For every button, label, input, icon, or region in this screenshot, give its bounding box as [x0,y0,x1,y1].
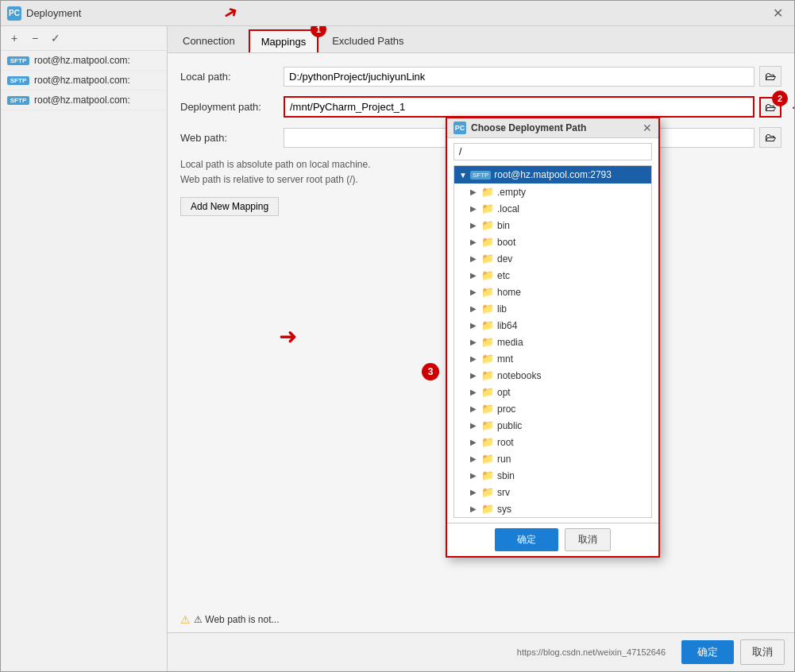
dialog-icon: PC [453,122,466,134]
tree-item[interactable]: ▶ 📁 .empty [454,183,651,200]
web-path-label: Web path: [180,132,284,144]
arrow-annotation-2: ➜ [792,98,794,117]
tree-item[interactable]: ▶ 📁 public [454,417,651,434]
deployment-path-browse-button[interactable]: 🗁 2 [759,97,781,118]
tab-mappings[interactable]: Mappings 1 [249,29,318,52]
tree-item[interactable]: ▶ 📁 proc [454,400,651,417]
tree-item[interactable]: ▶ 📁 srv [454,484,651,500]
tree-item[interactable]: ▶ 📁 etc [454,267,651,284]
sftp-badge-root: SFTP [470,171,491,180]
tree-item[interactable]: ▶ 📁 root [454,434,651,450]
dialog-title-bar: PC Choose Deployment Path ✕ [447,118,658,138]
dialog-title: Choose Deployment Path [471,122,638,133]
server-label-3: root@hz.matpool.com: [34,95,130,106]
server-label-2: root@hz.matpool.com: [34,75,130,86]
title-bar: PC Deployment ✕ [1,1,794,26]
sidebar-item-2[interactable]: SFTP root@hz.matpool.com: [1,71,167,91]
right-panel: Connection Mappings 1 Excluded Paths ➜ L… [168,26,794,671]
deployment-path-input-wrap: 🗁 2 [284,96,781,118]
panel-content: Local path: 🗁 Deployment path: 🗁 [168,53,794,632]
dialog-ok-button[interactable]: 确定 [495,528,558,551]
tree-item[interactable]: ▶ 📁 notebooks [454,367,651,384]
server-list: SFTP root@hz.matpool.com: SFTP root@hz.m… [1,51,167,671]
badge-3: 3 [422,363,439,380]
tree-item[interactable]: ▶ 📁 .local [454,200,651,217]
web-path-browse-button[interactable]: 🗁 [759,127,781,148]
root-item-label: root@hz.matpool.com:2793 [494,169,612,180]
tree-item[interactable]: ▶ 📁 sbin [454,467,651,484]
warning-icon: ⚠ [180,613,191,626]
add-server-button[interactable]: + [6,29,23,47]
url-label: https://blog.csdn.net/weixin_47152646 [517,647,666,657]
arrow-annotation-3: ➜ [279,323,297,350]
tree-items-container: ▶ 📁 .empty ▶ 📁 .local ▶ 📁 bin ▶ 📁 boot ▶… [454,183,651,517]
app-icon: PC [7,6,21,21]
close-button[interactable]: ✕ [768,4,788,22]
deployment-path-input[interactable] [284,96,754,118]
tree-item[interactable]: ▶ 📁 home [454,284,651,300]
sidebar-item-3[interactable]: SFTP root@hz.matpool.com: [1,91,167,110]
warning-row: ⚠ ⚠ Web path is not... [180,613,781,626]
sftp-badge-1: SFTP [7,56,29,65]
remove-server-button[interactable]: − [26,29,44,47]
cancel-button[interactable]: 取消 [740,639,785,665]
deployment-path-label: Deployment path: [180,101,284,113]
local-path-row: Local path: 🗁 [180,66,781,87]
tree-arrow-root: ▼ [459,171,467,180]
server-label-1: root@hz.matpool.com: [34,55,130,66]
tree-item[interactable]: ▶ 📁 mnt [454,350,651,367]
main-window: PC Deployment ✕ + − ✓ SFTP root@hz.matpo… [0,0,795,672]
sidebar: + − ✓ SFTP root@hz.matpool.com: SFTP roo… [1,26,168,671]
window-title: Deployment [26,7,768,19]
sidebar-toolbar: + − ✓ [1,26,167,51]
check-button[interactable]: ✓ [47,29,64,47]
dialog-cancel-button[interactable]: 取消 [565,528,611,551]
tree-root-item[interactable]: ▼ SFTP root@hz.matpool.com:2793 [454,166,651,183]
tab-connection[interactable]: Connection [171,29,247,52]
dialog-close-button[interactable]: ✕ [643,122,652,134]
ok-button[interactable]: 确定 [681,640,734,664]
tab-excluded-paths[interactable]: Excluded Paths [320,29,415,52]
tree-item[interactable]: ▶ 📁 dev [454,250,651,267]
main-content: + − ✓ SFTP root@hz.matpool.com: SFTP roo… [1,26,794,671]
local-path-input[interactable] [284,67,754,87]
tree-item[interactable]: ▶ 📁 lib64 [454,317,651,334]
badge-2: 2 [772,91,788,106]
dialog-path-input[interactable] [453,143,652,160]
tree-item[interactable]: ▶ 📁 media [454,334,651,350]
tree-item[interactable]: ▶ 📁 lib [454,300,651,317]
deployment-path-row: Deployment path: 🗁 2 ➜ [180,96,781,118]
local-path-input-wrap: 🗁 [284,66,781,87]
tree-item[interactable]: ▶ 📁 sys [454,500,651,517]
tree-item[interactable]: ▶ 📁 opt [454,384,651,400]
local-path-label: Local path: [180,71,284,83]
dialog-tree: ▼ SFTP root@hz.matpool.com:2793 ▶ 📁 .emp… [453,165,652,518]
tree-item[interactable]: ▶ 📁 bin [454,217,651,234]
dialog-buttons: 确定 取消 [447,523,658,556]
warning-text: ⚠ Web path is not... [194,614,280,625]
tree-item[interactable]: ▶ 📁 run [454,450,651,467]
sftp-badge-2: SFTP [7,76,29,85]
tree-item[interactable]: ▶ 📁 boot [454,234,651,250]
bottom-bar: https://blog.csdn.net/weixin_47152646 确定… [168,632,794,671]
choose-deployment-dialog: PC Choose Deployment Path ✕ ▼ SFTP root@… [446,117,660,558]
local-path-browse-button[interactable]: 🗁 [759,66,781,87]
sidebar-item-1[interactable]: SFTP root@hz.matpool.com: [1,51,167,71]
tab-bar: Connection Mappings 1 Excluded Paths ➜ [168,26,794,53]
add-mapping-button[interactable]: Add New Mapping [180,197,279,216]
sftp-badge-3: SFTP [7,96,29,105]
